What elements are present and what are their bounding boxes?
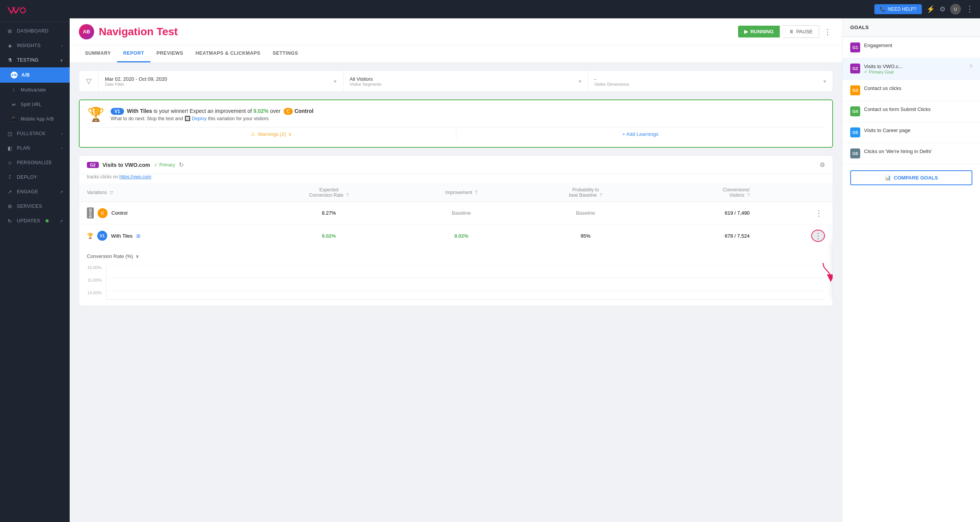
visitor-dimensions-label: Visitor Dimensions [595,82,629,86]
table-row: 🏆 V1 With Tiles ⊞ 9.02% 9.02% 95% 678 / [79,224,833,248]
pause-button[interactable]: ⏸ PAUSE [783,25,819,38]
goal-table: G2 Visits to VWO.com ✓ Primary ↻ ⚙ track… [79,155,833,306]
goal-item-career[interactable]: G5 Visits to Career page [843,122,980,143]
with-tiles-improvement: 9.02% [400,224,523,248]
notification-icon[interactable]: ⚡ [926,5,935,13]
more-menu-icon[interactable]: ⋮ [965,4,974,14]
mobile-icon: 📱 [11,116,17,122]
check-icon: ✓ [154,162,158,168]
personalize-icon: ⊹ [7,160,13,166]
filter-icon: ▽ [86,77,91,85]
chart-y-label-2: 15.00% [87,278,101,282]
deploy-suffix: this variation for your visitors [208,116,268,121]
tab-previews[interactable]: PREVIEWS [150,45,189,62]
visitor-dimensions-value: - [595,76,629,82]
insights-icon: ◈ [7,42,13,49]
running-button[interactable]: ▶ RUNNING [738,26,780,38]
deploy-link[interactable]: Deploy [192,116,207,121]
sidebar-item-mobile-app[interactable]: 📱 Mobile App A/B [0,112,70,126]
refresh-button[interactable]: ↻ [179,161,184,168]
check-circle-icon: ✓ [864,69,867,74]
with-tiles-more-button[interactable]: ⋮ [811,230,825,242]
banner-actions: ⚠ Warnings (2) ∨ + Add Learnings [87,127,825,141]
tab-heatmaps[interactable]: HEATMAPS & CLICKMAPS [189,45,267,62]
page-header: AB Navigation Test ▶ RUNNING ⏸ PAUSE ⋮ [70,18,842,45]
sidebar-item-dashboard[interactable]: ⊞ DASHBOARD [0,24,70,38]
with-tiles-actions: ⋮ Use this as baseline Disable variation… [757,224,833,248]
help-icon-1: ? [346,192,349,198]
page-more-button[interactable]: ⋮ [822,26,833,38]
sidebar-item-services[interactable]: ⚙ SERVICES [0,199,70,214]
sidebar-item-testing[interactable]: ⚗ TESTING ∨ [0,53,70,67]
warnings-button[interactable]: ⚠ Warnings (2) ∨ [87,127,456,141]
tab-summary[interactable]: SUMMARY [79,45,117,62]
date-filter-segment[interactable]: Mar 02, 2020 - Oct 09, 2020 Date Filter … [99,72,343,91]
goal-url-link[interactable]: https://vwo.com [119,174,151,179]
filter-icon-area: ▽ [79,71,99,91]
sidebar-item-insights[interactable]: ◈ INSIGHTS › [0,38,70,53]
settings-icon[interactable]: ⚙ [939,5,946,13]
control-expected-rate: 8.27% [258,202,400,224]
sidebar-item-ab[interactable]: AB A/B [0,67,70,83]
goal-item-hiring[interactable]: G6 Clicks on 'We're hiring in Delhi' [843,143,980,164]
sidebar-item-plan[interactable]: ◧ PLAN › [0,141,70,155]
control-winner-badge: C [284,108,293,115]
sidebar-item-personalize[interactable]: ⊹ PERSONALIZE [0,155,70,170]
visitor-segments-filter[interactable]: All Visitors Visitor Segments ∨ [343,72,588,91]
tab-report[interactable]: REPORT [117,45,150,62]
compare-goals-button[interactable]: 📊 COMPARE GOALS [850,170,972,185]
content-area: AB Navigation Test ▶ RUNNING ⏸ PAUSE ⋮ [70,18,980,522]
col-probability: Probability tobeat Baseline ? [523,183,648,202]
sidebar: ⊞ DASHBOARD ◈ INSIGHTS › ⚗ TESTING ∨ AB … [0,0,70,522]
deploy-icon-small: 🔲 [185,116,192,121]
need-help-button[interactable]: 📞 NEED HELP? [874,4,922,14]
deploy-icon-sidebar: ⤴ [7,174,13,180]
with-tiles-probability: 95% [523,224,648,248]
fullstack-icon: ◫ [7,130,13,137]
sidebar-item-multivariate[interactable]: ⁞ Multivariate [0,83,70,97]
sidebar-item-engage[interactable]: ↗ ENGAGE ↗ [0,184,70,199]
gear-button[interactable]: ⚙ [820,161,825,168]
chart-dropdown-icon[interactable]: ∨ [136,253,139,259]
goals-header: GOALS [843,18,980,37]
dropdown-menu: Use this as baseline Disable variation P… [833,238,833,298]
primary-badge: ✓ Primary [154,162,175,168]
goal-item-engagement[interactable]: G1 Engagement [843,37,980,58]
goal-item-contact-form[interactable]: G4 Contact us form Submit Clicks [843,101,980,122]
sidebar-item-updates[interactable]: ↻ UPDATES ↗ [0,214,70,228]
tab-settings[interactable]: SETTINGS [266,45,304,62]
deploy-small-icon: ⊞ [136,233,140,239]
v1-winner-badge: V1 [111,108,124,115]
svg-point-0 [20,8,25,13]
header-actions: ▶ RUNNING ⏸ PAUSE ⋮ [738,25,833,38]
goal-item-contact-clicks[interactable]: G3 Contact us clicks [843,80,980,101]
g1-badge: G1 [850,42,860,52]
chevron-right-icon-2: › [61,132,63,136]
sidebar-item-split-url[interactable]: ⇌ Split URL [0,97,70,112]
date-filter-label: Date Filter [105,82,167,86]
visitor-dimensions-filter[interactable]: - Visitor Dimensions ∨ [588,72,833,91]
sidebar-item-fullstack[interactable]: ◫ FULLSTACK › [0,126,70,141]
goal-item-visits-vwo[interactable]: G2 Visits to VWO.c... ✓ Primary Goal ? [843,58,980,80]
goal-table-header: G2 Visits to VWO.com ✓ Primary ↻ ⚙ [79,156,833,174]
sidebar-item-deploy[interactable]: ⤴ DEPLOY [0,170,70,184]
control-more-button[interactable]: ⋮ [813,208,825,219]
add-learnings-button[interactable]: + Add Learnings [456,127,825,141]
chevron-right-icon: › [61,44,63,48]
winner-content: 🏆 V1 With Tiles is your winner! Expect a… [87,106,825,122]
sidebar-logo[interactable] [0,0,70,22]
g5-badge: G5 [850,127,860,137]
deploy-arrow-annotation [821,263,833,282]
help-icon-2: ? [475,190,478,195]
external-link-icon: ↗ [60,190,63,194]
winner-improvement: 9.02% [253,108,269,114]
main-content: AB Navigation Test ▶ RUNNING ⏸ PAUSE ⋮ [70,18,842,522]
goal-item-career-label: Visits to Career page [864,127,972,133]
topbar: 📞 NEED HELP? ⚡ ⚙ U ⋮ [70,0,980,18]
col-conversions: Conversions/Visitors ? [648,183,758,202]
data-table: Variations ▽ ExpectedConversion Rate ? I… [79,183,833,247]
ab-badge: AB [79,24,94,39]
user-avatar[interactable]: U [950,4,961,15]
winner-text-body: is your winner! Expect an improvement of [154,108,253,114]
filter-col-icon: ▽ [110,190,113,195]
